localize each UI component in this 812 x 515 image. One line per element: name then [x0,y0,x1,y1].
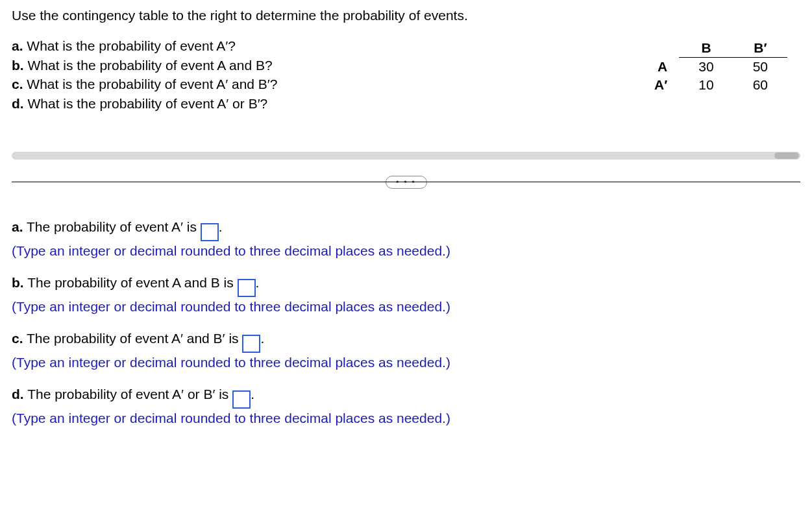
answer-a-post: . [219,219,223,234]
answer-a-input[interactable] [201,223,219,241]
answer-d-label: d. [12,387,24,401]
question-d-text: What is the probability of event A′ or B… [28,96,268,111]
horizontal-scrollbar[interactable] [12,152,800,160]
contingency-table-wrap: B B′ A 30 50 A′ 10 60 [635,39,787,94]
question-c: c. What is the probability of event A′ a… [12,75,615,93]
question-a-text: What is the probability of event A′? [27,38,235,53]
answer-block-a: a. The probability of event A′ is . (Typ… [12,217,800,261]
question-text-column: Use the contingency table to the right t… [12,6,615,113]
answer-b-pre: The probability of event A and B is [27,275,237,290]
table-row: A′ 10 60 [635,76,787,94]
answer-d-post: . [251,387,254,401]
answer-block-b: b. The probability of event A and B is .… [12,273,800,317]
more-dots-icon: • • • [396,177,416,187]
answer-c-pre: The probability of event A′ and B′ is [27,331,242,346]
contingency-table: B B′ A 30 50 A′ 10 60 [635,39,787,94]
answer-b-hint: (Type an integer or decimal rounded to t… [12,297,800,317]
question-c-label: c. [12,77,23,91]
section-divider [12,182,800,182]
scrollbar-thumb[interactable] [774,152,799,159]
answer-a-label: a. [12,219,23,234]
answer-d-line: d. The probability of event A′ or B′ is … [12,385,800,409]
answer-c-label: c. [12,331,23,346]
table-header-b-prime: B′ [733,39,787,58]
table-cell-a-bprime: 50 [733,58,787,77]
expand-more-button[interactable]: • • • [386,176,427,189]
table-row: A 30 50 [635,58,787,77]
answer-b-input[interactable] [238,279,256,297]
answer-d-pre: The probability of event A′ or B′ is [27,387,232,401]
question-a: a. What is the probability of event A′? [12,36,615,55]
question-d-label: d. [12,96,24,111]
question-b: b. What is the probability of event A an… [12,56,615,75]
answer-a-hint: (Type an integer or decimal rounded to t… [12,241,800,261]
question-c-text: What is the probability of event A′ and … [27,77,277,91]
table-corner-blank [635,39,679,58]
table-cell-aprime-b: 10 [679,76,733,94]
question-a-label: a. [12,38,23,53]
table-cell-aprime-bprime: 60 [733,76,787,94]
answer-c-input[interactable] [242,335,260,353]
answer-d-input[interactable] [232,390,251,409]
answer-b-label: b. [12,275,24,290]
table-cell-a-b: 30 [679,58,733,77]
instruction-text: Use the contingency table to the right t… [12,6,615,25]
answer-a-pre: The probability of event A′ is [27,219,201,234]
answer-c-line: c. The probability of event A′ and B′ is… [12,329,800,353]
question-d: d. What is the probability of event A′ o… [12,94,615,113]
answer-d-hint: (Type an integer or decimal rounded to t… [12,409,800,428]
question-b-label: b. [12,58,24,73]
answer-block-c: c. The probability of event A′ and B′ is… [12,329,800,373]
answer-b-post: . [256,275,260,290]
answers-section: a. The probability of event A′ is . (Typ… [12,217,800,429]
answer-c-hint: (Type an integer or decimal rounded to t… [12,353,800,372]
table-header-b: B [679,39,733,58]
answer-block-d: d. The probability of event A′ or B′ is … [12,385,800,429]
answer-c-post: . [260,331,264,346]
question-top-section: Use the contingency table to the right t… [12,6,800,113]
table-row-label-a: A [635,58,679,77]
question-b-text: What is the probability of event A and B… [28,58,273,73]
answer-a-line: a. The probability of event A′ is . [12,217,800,242]
table-row-label-aprime: A′ [635,76,679,94]
answer-b-line: b. The probability of event A and B is . [12,273,800,298]
